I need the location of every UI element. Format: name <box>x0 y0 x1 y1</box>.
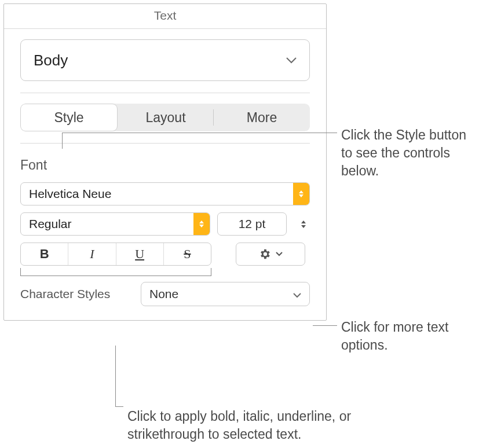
callout-style-tab: Click the Style button to see the contro… <box>341 126 474 180</box>
chevron-down-icon <box>286 57 297 64</box>
updown-icon <box>193 213 210 235</box>
tab-style[interactable]: Style <box>20 104 118 131</box>
paragraph-style-value: Body <box>34 52 68 69</box>
tab-more[interactable]: More <box>214 104 310 131</box>
gear-icon <box>258 248 271 260</box>
text-format-group: B I U S <box>20 243 211 266</box>
font-section-heading: Font <box>20 157 310 173</box>
underline-button[interactable]: U <box>116 243 164 265</box>
font-size-value: 12 pt <box>218 217 286 231</box>
italic-button[interactable]: I <box>68 243 116 265</box>
step-down-icon <box>301 225 306 228</box>
callout-gear: Click for more text options. <box>341 318 474 354</box>
step-up-icon <box>301 221 306 223</box>
callout-leader <box>62 133 63 149</box>
font-size-field[interactable]: 12 pt <box>217 212 287 236</box>
callout-bracket <box>20 268 211 276</box>
advanced-options-button[interactable] <box>236 243 305 266</box>
chevron-down-icon <box>276 252 283 256</box>
character-styles-value: None <box>149 287 178 301</box>
character-styles-label: Character Styles <box>20 287 130 301</box>
font-family-value: Helvetica Neue <box>29 187 111 201</box>
updown-icon <box>293 183 309 205</box>
tab-group: Style Layout More <box>20 104 310 131</box>
font-size-stepper[interactable] <box>297 212 310 236</box>
strikethrough-button[interactable]: S <box>164 243 211 265</box>
tab-layout[interactable]: Layout <box>118 104 214 131</box>
paragraph-style-dropdown[interactable]: Body <box>20 39 310 81</box>
text-inspector-panel: Text Body Style Layout More Font Helveti… <box>3 3 327 321</box>
chevron-down-icon <box>293 287 301 301</box>
font-weight-value: Regular <box>29 217 72 231</box>
callout-leader <box>62 133 337 133</box>
bold-button[interactable]: B <box>21 243 68 265</box>
callout-leader <box>115 346 116 406</box>
callout-leader <box>115 406 123 407</box>
font-weight-dropdown[interactable]: Regular <box>20 212 210 236</box>
font-family-dropdown[interactable]: Helvetica Neue <box>20 182 310 205</box>
panel-title: Text <box>4 4 326 29</box>
callout-leader <box>313 325 337 326</box>
character-styles-dropdown[interactable]: None <box>141 282 310 306</box>
callout-format-buttons: Click to apply bold, italic, underline, … <box>127 407 417 443</box>
